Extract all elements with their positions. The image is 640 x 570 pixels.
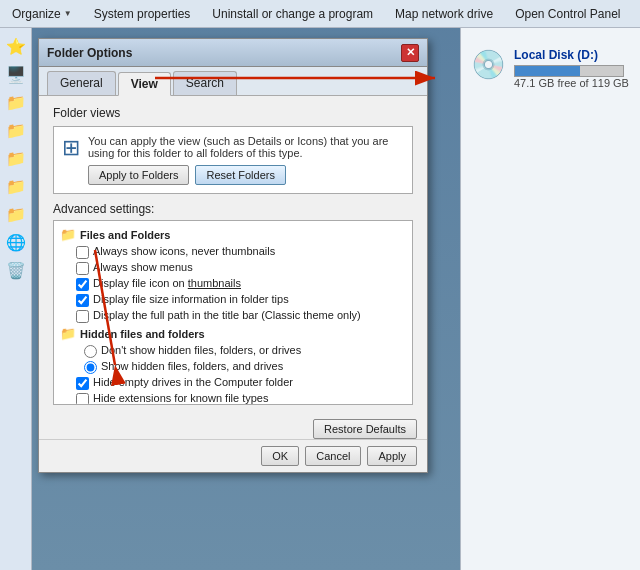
advanced-settings-label: Advanced settings: <box>53 202 413 216</box>
apply-button[interactable]: Apply <box>367 446 417 466</box>
folder-views-box: ⊞ You can apply the view (such as Detail… <box>53 126 413 194</box>
folder-views-desc: You can apply the view (such as Details … <box>88 135 404 159</box>
radio-dont-show-hidden[interactable] <box>84 345 97 358</box>
left-sidebar: ⭐ 🖥️ 📁 📁 📁 📁 📁 🌐 🗑️ <box>0 28 32 570</box>
sidebar-icon-5[interactable]: 📁 <box>4 146 28 170</box>
sidebar-icon-7[interactable]: 📁 <box>4 202 28 226</box>
dialog-titlebar: Folder Options ✕ <box>39 39 427 67</box>
dialog-footer: OK Cancel Apply <box>39 439 427 472</box>
setting-show-hidden: Show hidden files, folders, and drives <box>54 359 412 375</box>
dialog-close-button[interactable]: ✕ <box>401 44 419 62</box>
hidden-folder-icon: 📁 <box>60 326 76 341</box>
uninstall-btn[interactable]: Uninstall or change a program <box>206 5 379 23</box>
reset-folders-button[interactable]: Reset Folders <box>195 165 285 185</box>
organize-chevron: ▼ <box>64 9 72 18</box>
top-toolbar: Organize ▼ System properties Uninstall o… <box>0 0 640 28</box>
label-display-full-path: Display the full path in the title bar (… <box>93 309 361 321</box>
organize-menu[interactable]: Organize ▼ <box>6 5 78 23</box>
folder-yellow-icon: 📁 <box>60 227 76 242</box>
disk-details: Local Disk (D:) 47.1 GB free of 119 GB <box>514 48 629 89</box>
dialog-title: Folder Options <box>47 46 132 60</box>
label-dont-show-hidden: Don't show hidden files, folders, or dri… <box>101 344 301 356</box>
sidebar-icon-1[interactable]: ⭐ <box>4 34 28 58</box>
disk-info-section: 💿 Local Disk (D:) 47.1 GB free of 119 GB <box>471 48 630 89</box>
setting-always-show-menus: Always show menus <box>54 260 412 276</box>
folder-options-dialog: Folder Options ✕ General View Search Fol… <box>38 38 428 473</box>
disk-name: Local Disk (D:) <box>514 48 629 62</box>
restore-defaults-row: Restore Defaults <box>39 415 427 439</box>
sidebar-icon-2[interactable]: 🖥️ <box>4 62 28 86</box>
folder-views-description-area: You can apply the view (such as Details … <box>88 135 404 185</box>
restore-defaults-button[interactable]: Restore Defaults <box>313 419 417 439</box>
setting-always-show-icons: Always show icons, never thumbnails <box>54 244 412 260</box>
setting-hide-empty-drives: Hide empty drives in the Computer folder <box>54 375 412 391</box>
disk-bar-background <box>514 65 624 77</box>
tab-general[interactable]: General <box>47 71 116 95</box>
checkbox-display-file-icon[interactable] <box>76 278 89 291</box>
disk-bar-fill <box>515 66 580 76</box>
setting-display-file-icon: Display file icon on thumbnails <box>54 276 412 292</box>
label-hide-extensions: Hide extensions for known file types <box>93 392 268 404</box>
checkbox-display-full-path[interactable] <box>76 310 89 323</box>
checkbox-always-show-icons[interactable] <box>76 246 89 259</box>
checkbox-display-file-size[interactable] <box>76 294 89 307</box>
setting-hide-extensions: Hide extensions for known file types <box>54 391 412 405</box>
disk-icon: 💿 <box>471 48 506 81</box>
folder-grid-icon: ⊞ <box>62 135 80 161</box>
radio-show-hidden[interactable] <box>84 361 97 374</box>
setting-dont-show-hidden: Don't show hidden files, folders, or dri… <box>54 343 412 359</box>
apply-to-folders-button[interactable]: Apply to Folders <box>88 165 189 185</box>
system-properties-btn[interactable]: System properties <box>88 5 197 23</box>
cancel-button[interactable]: Cancel <box>305 446 361 466</box>
files-and-folders-header: 📁 Files and Folders <box>54 225 412 244</box>
open-control-panel-btn[interactable]: Open Control Panel <box>509 5 626 23</box>
thumbnails-underline: thumbnails <box>188 277 241 289</box>
setting-display-file-size: Display file size information in folder … <box>54 292 412 308</box>
right-panel: 💿 Local Disk (D:) 47.1 GB free of 119 GB <box>460 28 640 570</box>
checkbox-always-show-menus[interactable] <box>76 262 89 275</box>
ok-button[interactable]: OK <box>261 446 299 466</box>
settings-list[interactable]: 📁 Files and Folders Always show icons, n… <box>53 220 413 405</box>
tab-search[interactable]: Search <box>173 71 237 95</box>
tab-view[interactable]: View <box>118 72 171 96</box>
sidebar-icon-8[interactable]: 🌐 <box>4 230 28 254</box>
dialog-content: Folder views ⊞ You can apply the view (s… <box>39 96 427 415</box>
sidebar-icon-9[interactable]: 🗑️ <box>4 258 28 282</box>
sidebar-icon-4[interactable]: 📁 <box>4 118 28 142</box>
folder-views-buttons: Apply to Folders Reset Folders <box>88 165 404 185</box>
label-always-show-icons: Always show icons, never thumbnails <box>93 245 275 257</box>
sidebar-icon-3[interactable]: 📁 <box>4 90 28 114</box>
setting-display-full-path: Display the full path in the title bar (… <box>54 308 412 324</box>
label-display-file-icon: Display file icon on thumbnails <box>93 277 241 289</box>
dialog-tabs: General View Search <box>39 67 427 96</box>
map-network-btn[interactable]: Map network drive <box>389 5 499 23</box>
folder-views-title: Folder views <box>53 106 413 120</box>
hidden-files-header: 📁 Hidden files and folders <box>54 324 412 343</box>
disk-space-label: 47.1 GB free of 119 GB <box>514 77 629 89</box>
checkbox-hide-extensions[interactable] <box>76 393 89 405</box>
label-show-hidden: Show hidden files, folders, and drives <box>101 360 283 372</box>
label-always-show-menus: Always show menus <box>93 261 193 273</box>
sidebar-icon-6[interactable]: 📁 <box>4 174 28 198</box>
checkbox-hide-empty-drives[interactable] <box>76 377 89 390</box>
label-display-file-size: Display file size information in folder … <box>93 293 289 305</box>
label-hide-empty-drives: Hide empty drives in the Computer folder <box>93 376 293 388</box>
